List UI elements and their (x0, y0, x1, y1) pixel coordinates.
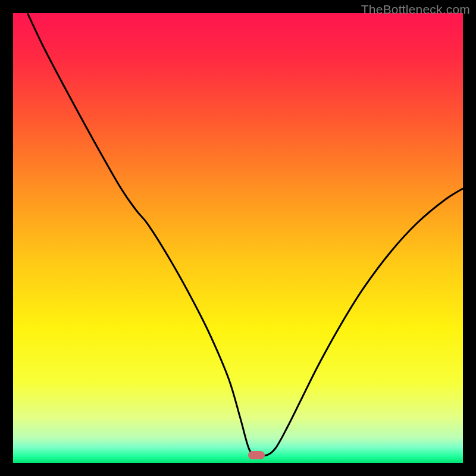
curve-path (27, 13, 463, 456)
bottleneck-curve (13, 13, 463, 463)
plot-area (13, 13, 463, 463)
watermark-text: TheBottleneck.com (361, 2, 470, 17)
chart-frame: TheBottleneck.com (0, 0, 476, 476)
optimal-marker (248, 451, 265, 459)
